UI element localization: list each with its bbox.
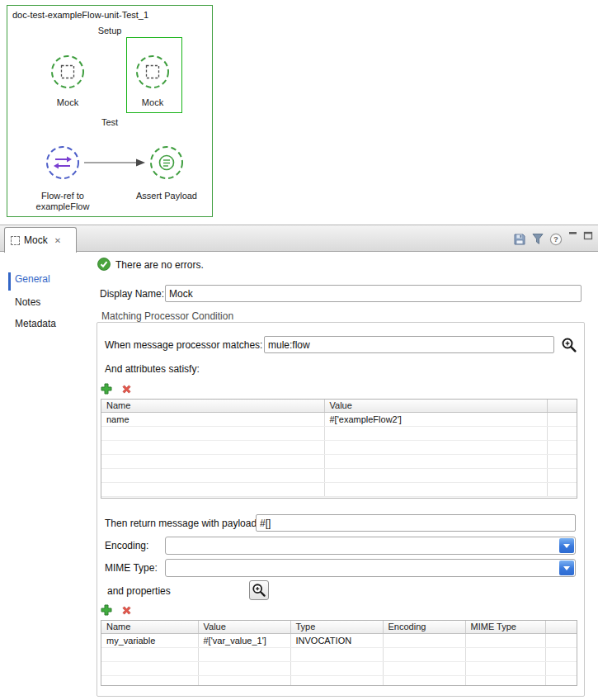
properties-table: Name Value Type Encoding MIME Type my_va… bbox=[101, 620, 577, 686]
status-ok-icon bbox=[97, 258, 111, 271]
mock2-label: Mock bbox=[128, 97, 177, 108]
sidebar-item-metadata[interactable]: Metadata bbox=[15, 318, 56, 329]
munit-test-canvas: doc-test-exampleFlow-unit-Test_1 Setup M… bbox=[7, 5, 213, 217]
prop-col-encoding: Encoding bbox=[383, 621, 465, 633]
test-lane-label: Test bbox=[7, 117, 212, 127]
sidebar-selection-indicator bbox=[8, 272, 11, 291]
table-row[interactable]: name #['exampleFlow2'] bbox=[101, 412, 577, 426]
mime-type-label: MIME Type: bbox=[105, 562, 158, 574]
table-row-empty[interactable] bbox=[101, 661, 577, 675]
assert-payload-icon bbox=[148, 144, 185, 181]
add-property-icon[interactable] bbox=[100, 603, 112, 616]
sidebar-item-general[interactable]: General bbox=[15, 273, 50, 285]
tab-label: Mock bbox=[24, 234, 48, 246]
view-toolbar: ? bbox=[513, 225, 593, 253]
mime-combo-arrow-icon[interactable] bbox=[559, 560, 574, 575]
prop-col-mime: MIME Type bbox=[465, 621, 545, 633]
save-icon[interactable] bbox=[513, 233, 526, 246]
group-title: Matching Processor Condition bbox=[100, 310, 235, 322]
table-row[interactable]: my_variable #['var_value_1'] INVOCATION bbox=[101, 633, 577, 647]
status-text: There are no errors. bbox=[115, 259, 204, 271]
encoding-label: Encoding: bbox=[105, 540, 148, 551]
display-name-input[interactable] bbox=[165, 285, 582, 302]
table-row-empty[interactable] bbox=[101, 675, 577, 686]
table-row-empty[interactable] bbox=[101, 426, 577, 440]
attributes-label: And attributes satisfy: bbox=[105, 363, 200, 375]
table-row-empty[interactable] bbox=[101, 468, 577, 482]
mock-icon bbox=[134, 54, 171, 90]
flow-arrow bbox=[84, 158, 146, 168]
maximize-icon[interactable] bbox=[583, 230, 593, 240]
encoding-combo-arrow-icon[interactable] bbox=[559, 538, 574, 553]
prop-col-value: Value bbox=[198, 621, 290, 633]
view-tab-bar: Mock ✕ bbox=[0, 225, 598, 252]
mock1-node[interactable] bbox=[49, 54, 86, 93]
table-row-empty[interactable] bbox=[101, 647, 577, 661]
setup-lane-label: Setup bbox=[7, 26, 212, 35]
flow-ref-icon bbox=[45, 144, 81, 181]
sidebar-item-notes[interactable]: Notes bbox=[15, 296, 40, 308]
prop-col-extra bbox=[545, 621, 577, 633]
add-attribute-icon[interactable] bbox=[100, 382, 112, 395]
properties-label: and properties bbox=[107, 585, 171, 597]
display-name-label: Display Name: bbox=[100, 288, 164, 300]
delete-property-icon[interactable] bbox=[120, 604, 132, 616]
help-icon[interactable]: ? bbox=[549, 233, 563, 246]
prop-col-name: Name bbox=[101, 621, 198, 633]
attr-col-value: Value bbox=[324, 400, 547, 412]
mock2-node[interactable] bbox=[134, 54, 171, 93]
mock-tab-icon bbox=[11, 236, 20, 245]
delete-attribute-icon[interactable] bbox=[120, 383, 132, 395]
flow-title: doc-test-exampleFlow-unit-Test_1 bbox=[12, 10, 148, 20]
when-matches-input[interactable] bbox=[264, 336, 554, 353]
attr-col-extra bbox=[547, 400, 577, 412]
attributes-table: Name Value name #['exampleFlow2'] bbox=[101, 399, 577, 499]
screenshot-root: doc-test-exampleFlow-unit-Test_1 Setup M… bbox=[0, 0, 598, 700]
search-properties-button[interactable] bbox=[249, 580, 269, 600]
assert-payload-node[interactable] bbox=[148, 144, 185, 184]
filter-icon[interactable] bbox=[532, 233, 544, 245]
properties-view: Mock ✕ bbox=[0, 225, 598, 700]
flow-ref-node[interactable] bbox=[45, 144, 81, 184]
payload-label: Then return message with payload: bbox=[105, 518, 259, 529]
prop-col-type: Type bbox=[290, 621, 383, 633]
attr-col-name: Name bbox=[101, 400, 324, 412]
table-row-empty[interactable] bbox=[101, 454, 577, 468]
table-row-empty[interactable] bbox=[101, 440, 577, 454]
mock-icon bbox=[49, 54, 86, 90]
tab-mock[interactable]: Mock ✕ bbox=[4, 227, 77, 253]
flow-ref-label: Flow-ref to exampleFlow bbox=[17, 191, 108, 212]
when-matches-label: When message processor matches: bbox=[105, 339, 262, 351]
table-row-empty[interactable] bbox=[101, 482, 577, 496]
encoding-combo[interactable] bbox=[165, 537, 576, 555]
svg-text:?: ? bbox=[553, 234, 558, 244]
tab-close-icon[interactable]: ✕ bbox=[54, 236, 61, 245]
mock1-label: Mock bbox=[43, 97, 92, 108]
assert-payload-label: Assert Payload bbox=[121, 191, 212, 201]
mime-type-combo[interactable] bbox=[165, 559, 576, 577]
minimize-icon[interactable] bbox=[568, 231, 577, 239]
search-processor-icon[interactable] bbox=[560, 336, 578, 354]
payload-input[interactable] bbox=[256, 514, 576, 532]
